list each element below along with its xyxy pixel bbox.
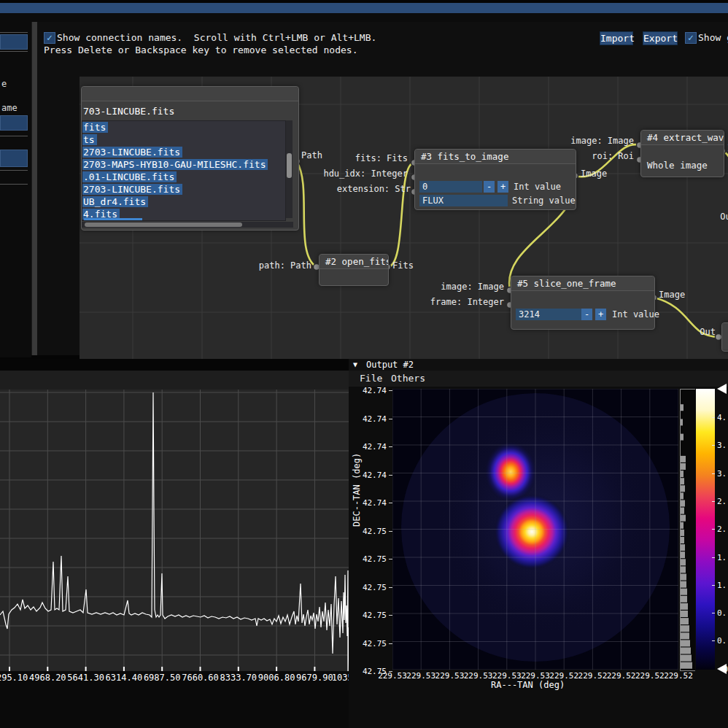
output2-titlebar[interactable]: ▼ Output #2 bbox=[349, 359, 728, 371]
spectrum-window: 4295.104968.205641.306314.406987.507660.… bbox=[0, 359, 349, 728]
int-value-label: Int value bbox=[612, 309, 659, 320]
heatmap-ytick-label: 42.74 bbox=[357, 386, 387, 395]
heatmap-xtick-label: 229.53 bbox=[464, 671, 493, 681]
colorbar-tick bbox=[712, 585, 715, 586]
sidebar-button-3[interactable] bbox=[0, 150, 28, 167]
spectrum-xtick-label: 6987.50 bbox=[144, 673, 181, 683]
output2-title: Output #2 bbox=[366, 359, 414, 371]
node-title[interactable]: #5 slice_one_frame bbox=[511, 276, 654, 291]
hdu-idx-plus-button[interactable]: + bbox=[497, 181, 508, 193]
colorbar-tick-label: 3. bbox=[717, 441, 728, 450]
spectrum-xtick-label: 5641.30 bbox=[67, 673, 104, 683]
vscrollbar-thumb[interactable] bbox=[287, 153, 292, 178]
file-list-item[interactable]: 2703-MAPS-HYB10-GAU-MILESHC.fits bbox=[82, 158, 285, 171]
spectrum-plot[interactable] bbox=[0, 390, 349, 671]
frame-field[interactable]: 3214 bbox=[516, 309, 581, 320]
port-label-out-2: Out bbox=[695, 327, 716, 337]
show-connection-names-checkbox[interactable]: ✓ bbox=[44, 32, 55, 44]
heatmap-ytick bbox=[389, 531, 392, 532]
help-line-1: Show connection names. Scroll with Ctrl+… bbox=[57, 32, 376, 43]
spectrum-menubar[interactable] bbox=[0, 371, 349, 390]
port-label-image-out-slice: Image bbox=[659, 290, 685, 300]
heatmap-ytick bbox=[389, 587, 392, 588]
port-label-out-1: Out bbox=[716, 212, 728, 222]
node-fits-to-image[interactable]: #3 fits_to_image 0 - + Int value FLUX St… bbox=[414, 149, 576, 210]
heatmap-ytick bbox=[389, 559, 392, 559]
spectrum-xtick-label: 9679.90 bbox=[296, 673, 333, 683]
colorbar-tick-label: 3. bbox=[717, 469, 728, 479]
file-list-item[interactable]: ts bbox=[82, 133, 285, 146]
sidebar-button-2[interactable] bbox=[0, 115, 28, 131]
spectrum-window-titlebar[interactable] bbox=[0, 359, 349, 371]
node-output-2[interactable]: Output # bbox=[721, 322, 728, 352]
extension-field[interactable]: FLUX bbox=[419, 195, 508, 206]
check-icon: ✓ bbox=[47, 32, 53, 43]
colorbar-tick-label: 0. bbox=[717, 636, 728, 646]
hscrollbar-thumb[interactable] bbox=[85, 222, 242, 227]
divider bbox=[0, 32, 28, 33]
file-list-node[interactable]: 703-LINCUBE.fits fitsts2703-LINCUBE.fits… bbox=[81, 86, 299, 231]
heatmap-ytick-label: 42.74 bbox=[357, 470, 387, 479]
import-button[interactable]: Import bbox=[600, 31, 633, 45]
menu-others[interactable]: Others bbox=[391, 373, 425, 384]
int-value-label: Int value bbox=[514, 181, 561, 193]
show-grid-checkbox[interactable]: ✓ bbox=[685, 32, 697, 44]
window-titlebar[interactable] bbox=[0, 3, 728, 13]
roi-mode-label[interactable]: Whole image bbox=[647, 160, 708, 171]
sidebar-button-1[interactable] bbox=[0, 34, 28, 50]
file-list-item[interactable]: 2703-LINCUBE.fits bbox=[82, 146, 285, 158]
port-label-extension-in: extension: Str bbox=[323, 184, 411, 194]
colorbar-tick bbox=[712, 501, 715, 502]
collapse-icon[interactable]: ▼ bbox=[353, 359, 357, 371]
colorbar-max-slider-arrow[interactable] bbox=[717, 384, 727, 394]
titlebar-shadow bbox=[0, 13, 728, 22]
file-list-vscrollbar[interactable] bbox=[286, 120, 293, 218]
node-title[interactable]: #3 fits_to_image bbox=[415, 150, 576, 164]
show-grid-label: Show g bbox=[698, 32, 728, 43]
heatmap-ytick bbox=[389, 615, 392, 616]
colorbar-tick-label: 4. bbox=[717, 413, 728, 422]
file-list-hscrollbar[interactable] bbox=[82, 222, 293, 228]
file-list-item[interactable]: UB_dr4.fits bbox=[82, 195, 285, 208]
file-listbox[interactable]: fitsts2703-LINCUBE.fits2703-MAPS-HYB10-G… bbox=[82, 120, 286, 221]
file-node-titlebar[interactable] bbox=[82, 87, 298, 101]
output2-menubar: File Others bbox=[349, 371, 728, 387]
help-line-2: Press Delete or Backspace key to remove … bbox=[44, 44, 357, 55]
heatmap-ytick bbox=[389, 446, 392, 447]
node-title[interactable]: #4 extract_wave bbox=[641, 131, 724, 145]
colorbar-tick-label: 2. bbox=[717, 497, 728, 506]
output2-window: ▼ Output #2 File Others DEC--TAN (deg) bbox=[349, 359, 728, 728]
file-list-item[interactable]: fits bbox=[82, 121, 285, 133]
heatmap-ytick-label: 42.74 bbox=[357, 498, 387, 508]
heatmap-xtick-label: 229.52 bbox=[578, 671, 608, 681]
node-open-fits[interactable]: #2 open_fits bbox=[319, 254, 389, 286]
check-icon: ✓ bbox=[688, 32, 694, 43]
file-list-item[interactable]: .01-LINCUBE.fits bbox=[82, 171, 285, 183]
app-root: e ame ✓ Show connection names. Scroll wi… bbox=[0, 0, 728, 728]
hdu-idx-field[interactable]: 0 bbox=[419, 181, 482, 193]
frame-minus-button[interactable]: - bbox=[581, 309, 592, 320]
source-blob-upper bbox=[484, 441, 537, 503]
colorbar-tick bbox=[712, 557, 715, 558]
node-slice-one-frame[interactable]: #5 slice_one_frame 3214 - + Int value bbox=[511, 276, 655, 330]
menu-file[interactable]: File bbox=[360, 373, 382, 384]
colorbar-tick-label: 1. bbox=[717, 581, 728, 590]
node-title[interactable]: Output # bbox=[722, 323, 728, 349]
port-label-image-in-ew: image: Image bbox=[564, 136, 634, 146]
file-list-item[interactable]: 2703-LINCUBE.fits bbox=[82, 183, 285, 195]
export-button[interactable]: Export bbox=[643, 31, 678, 45]
node-extract-wave[interactable]: #4 extract_wave Whole image bbox=[640, 130, 724, 177]
port-label-path-in: path: Path bbox=[253, 260, 311, 271]
frame-plus-button[interactable]: + bbox=[595, 309, 606, 320]
spectrum-xtick-label: 8333.70 bbox=[220, 673, 257, 683]
node-title[interactable]: #2 open_fits bbox=[320, 255, 388, 269]
colorbar-tick bbox=[712, 529, 715, 530]
node-canvas[interactable]: 703-LINCUBE.fits fitsts2703-LINCUBE.fits… bbox=[80, 77, 728, 377]
spectrum-xtick-label: 9006.80 bbox=[258, 673, 295, 683]
hdu-idx-minus-button[interactable]: - bbox=[484, 181, 495, 193]
colorbar-tick-label: 2. bbox=[717, 524, 728, 534]
heatmap-image[interactable] bbox=[392, 389, 678, 670]
heatmap-xtick-label: 229.53 bbox=[492, 671, 522, 681]
source-blob-lower bbox=[494, 494, 570, 570]
heatmap-ytick-label: 42.75 bbox=[357, 554, 387, 564]
